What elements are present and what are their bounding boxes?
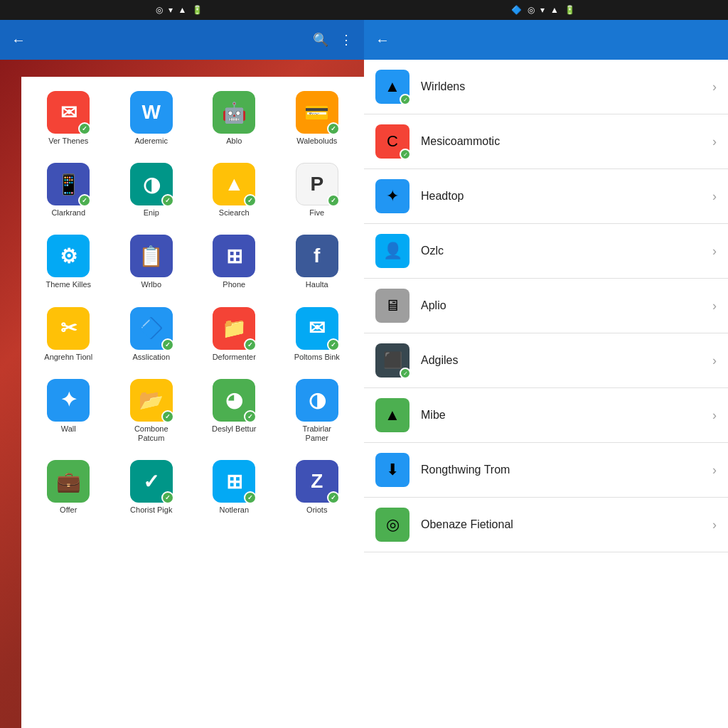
app-icon-wrapper: 💳	[296, 91, 338, 134]
app-badge	[244, 491, 257, 504]
app-icon: f	[296, 235, 338, 277]
app-label: Haulta	[306, 280, 328, 289]
app-item[interactable]: ⊞Phone	[196, 229, 273, 295]
app-item[interactable]: 📁Deformenter	[196, 301, 273, 368]
app-icon-wrapper: 🤖	[213, 91, 255, 134]
app-item[interactable]: ⚙Theme Killes	[30, 229, 107, 295]
app-item[interactable]: ZOriots	[279, 454, 356, 520]
app-item[interactable]: 🤖Ablo	[196, 85, 273, 151]
app-icon: 📋	[130, 235, 173, 277]
app-item[interactable]: fHaulta	[279, 229, 356, 295]
app-icon-wrapper: 📁	[213, 307, 255, 350]
settings-item[interactable]: ✦Headtop›	[364, 169, 728, 224]
settings-item-name: Mesicoammotic	[421, 135, 712, 148]
app-item[interactable]: 🔷Asslication	[113, 301, 191, 368]
app-label: Five	[309, 208, 324, 218]
app-icon-wrapper: 🔷	[130, 307, 173, 350]
app-label: Ver Thenes	[48, 136, 88, 146]
app-label: Deformenter	[213, 353, 256, 362]
settings-badge: ✓	[400, 149, 411, 160]
settings-item[interactable]: ▲Mibe›	[364, 388, 728, 443]
settings-chevron-icon: ›	[712, 408, 717, 423]
settings-item-icon: ▲	[375, 398, 410, 432]
settings-chevron-icon: ›	[712, 189, 717, 204]
settings-back-icon[interactable]: ←	[375, 32, 390, 48]
settings-item[interactable]: ⬇Rongthwing Trom›	[364, 443, 728, 498]
settings-list: ▲✓Wirldens›C✓Mesicoammotic›✦Headtop›👤Ozl…	[364, 60, 728, 728]
app-item[interactable]: 💼Offer	[30, 454, 107, 520]
status-icon-wifi-left: ▾	[168, 5, 173, 15]
app-item[interactable]: ✉Poltoms Bink	[279, 301, 356, 368]
app-icon-wrapper: ◕	[213, 379, 255, 422]
app-icon-wrapper: 📋	[130, 235, 173, 277]
app-item[interactable]: 📱Clarkrand	[30, 157, 107, 223]
drawer-header: ← 🔍 ⋮	[0, 20, 364, 60]
settings-item-icon: ⬛✓	[375, 343, 410, 378]
app-item[interactable]: ✓Chorist Pigk	[113, 454, 191, 520]
app-badge	[244, 410, 257, 423]
settings-item[interactable]: ▲✓Wirldens›	[364, 60, 728, 114]
settings-chevron-icon: ›	[712, 244, 717, 259]
app-label: Ablo	[226, 136, 242, 146]
settings-item[interactable]: ◎Obenaze Fietional›	[364, 498, 728, 552]
app-icon: W	[130, 91, 173, 134]
app-label: Oriots	[306, 505, 327, 515]
app-icon-wrapper: W	[130, 91, 173, 134]
drawer-toolbar: 🔍 ⋮	[313, 32, 353, 48]
status-icon-bluetooth: 🔷	[511, 5, 522, 15]
app-label: Aderemic	[135, 136, 168, 146]
app-icon-wrapper: 📱	[47, 163, 90, 205]
app-icon-wrapper: ⊞	[213, 235, 255, 277]
app-badge	[327, 122, 340, 135]
drawer-more-icon[interactable]: ⋮	[340, 32, 353, 48]
status-icon-signal-left: ▲	[178, 5, 187, 15]
settings-item-icon: ⬇	[375, 453, 410, 487]
main-content: ← 🔍 ⋮ ✉Ver ThenesWAderemic🤖Ablo💳Walebolu…	[0, 20, 728, 728]
app-item[interactable]: PFive	[279, 157, 356, 223]
drawer-search-icon[interactable]: 🔍	[313, 32, 328, 48]
app-item[interactable]: ◕Deslyl Bettur	[196, 373, 273, 449]
app-item[interactable]: 💳Waleboluds	[279, 85, 356, 151]
app-icon: ✦	[47, 379, 90, 422]
settings-chevron-icon: ›	[712, 518, 717, 532]
app-label: Wall	[61, 424, 76, 434]
status-icon-circle-left: ◎	[156, 5, 163, 15]
settings-item-icon: ◎	[375, 508, 410, 542]
settings-header: ←	[364, 20, 728, 60]
status-icon-battery-left: 🔋	[192, 5, 203, 15]
app-item[interactable]: ◑Trabirlar Pamer	[279, 373, 356, 449]
app-item[interactable]: ▲Sciearch	[196, 157, 273, 223]
app-item[interactable]: WAderemic	[113, 85, 191, 151]
settings-item-name: Ozlc	[421, 245, 712, 257]
app-label: Poltoms Bink	[294, 353, 340, 362]
app-item[interactable]: ✉Ver Thenes	[30, 85, 107, 151]
app-badge	[78, 122, 91, 135]
settings-item-icon: 🖥	[375, 289, 410, 323]
left-panel: ← 🔍 ⋮ ✉Ver ThenesWAderemic🤖Ablo💳Walebolu…	[0, 20, 364, 728]
status-bar-right: 🔷 ◎ ▾ ▲ 🔋	[364, 5, 728, 15]
app-item[interactable]: ◑Enip	[113, 157, 191, 223]
app-item[interactable]: ✂Angrehn Tionl	[30, 301, 107, 368]
settings-item[interactable]: ⬛✓Adgiles›	[364, 333, 728, 388]
app-item[interactable]: ⊞Notleran	[196, 454, 273, 520]
app-item[interactable]: 📂Combone Patcum	[113, 373, 191, 449]
app-icon-wrapper: ✦	[47, 379, 90, 422]
settings-item[interactable]: 👤Ozlc›	[364, 224, 728, 279]
app-icon-wrapper: ⊞	[213, 460, 255, 503]
settings-chevron-icon: ›	[712, 299, 717, 314]
apps-grid: ✉Ver ThenesWAderemic🤖Ablo💳Waleboluds📱Cla…	[30, 85, 355, 520]
app-icon-wrapper: f	[296, 235, 338, 277]
status-bar: ◎ ▾ ▲ 🔋 🔷 ◎ ▾ ▲ 🔋	[0, 0, 728, 20]
app-icon-wrapper: ▲	[213, 163, 255, 205]
app-item[interactable]: ✦Wall	[30, 373, 107, 449]
settings-item[interactable]: C✓Mesicoammotic›	[364, 114, 728, 169]
settings-item-icon: ▲✓	[375, 70, 410, 104]
app-item[interactable]: 📋Wrlbo	[113, 229, 191, 295]
settings-item-name: Rongthwing Trom	[421, 464, 712, 476]
app-label: Clarkrand	[51, 208, 85, 218]
settings-item-name: Aplio	[421, 299, 712, 312]
settings-item[interactable]: 🖥Aplio›	[364, 279, 728, 333]
drawer-back-icon[interactable]: ←	[11, 32, 26, 48]
status-icon-circle-right: ◎	[528, 5, 535, 15]
app-badge	[327, 194, 340, 207]
